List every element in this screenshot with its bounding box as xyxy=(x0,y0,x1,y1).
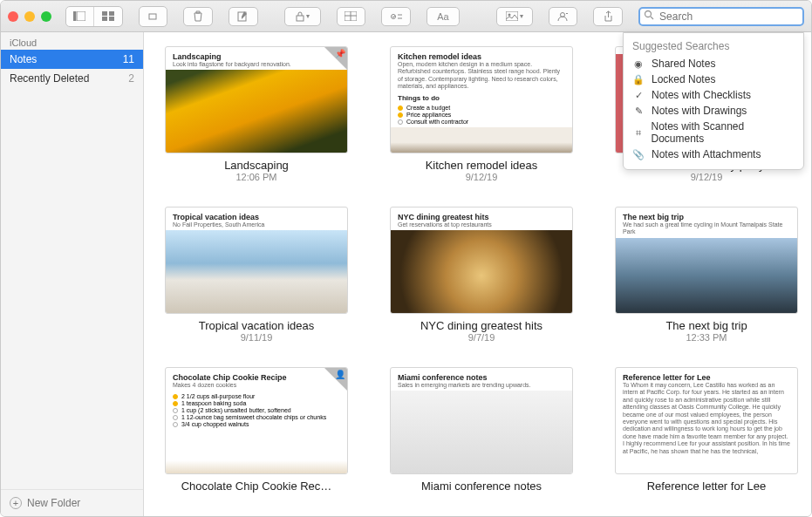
search-input[interactable] xyxy=(638,7,804,26)
suggested-item[interactable]: 🔒Locked Notes xyxy=(624,71,803,87)
note-title: The next big trip xyxy=(665,319,747,332)
checklist-bullet xyxy=(173,422,178,427)
svg-rect-5 xyxy=(109,17,114,21)
share-button[interactable] xyxy=(593,7,623,26)
format-button[interactable]: Aa xyxy=(426,7,460,26)
svg-point-16 xyxy=(508,14,510,17)
thumb-title: Chocolate Chip Cookie Recipe xyxy=(173,373,340,382)
suggested-item[interactable]: ✓Notes with Checklists xyxy=(624,87,803,103)
thumb-checklist-header: Things to do xyxy=(391,92,572,103)
checklist-label: Price appliances xyxy=(406,112,451,118)
svg-line-19 xyxy=(651,17,653,19)
svg-rect-0 xyxy=(73,11,76,21)
note-date: 9/11/19 xyxy=(241,332,273,343)
list-view-button[interactable] xyxy=(66,7,94,26)
suggested-item[interactable]: ⌗Notes with Scanned Documents xyxy=(624,119,803,146)
minimize-window-button[interactable] xyxy=(24,11,35,22)
fullscreen-window-button[interactable] xyxy=(41,11,51,22)
suggested-item-icon: ✓ xyxy=(632,90,645,101)
svg-rect-4 xyxy=(102,17,107,21)
thumb-checklist: 2 1/2 cups all-purpose flour1 teaspoon b… xyxy=(166,391,347,430)
note-thumbnail: Tropical vacation ideasNo Fail Propertie… xyxy=(165,207,348,314)
pin-badge: 📌 xyxy=(324,47,347,70)
note-title: Tropical vacation ideas xyxy=(199,319,314,332)
suggested-item[interactable]: ✎Notes with Drawings xyxy=(624,103,803,119)
thumb-title: Miami conference notes xyxy=(398,373,565,382)
thumb-title: NYC dining greatest hits xyxy=(398,213,565,221)
note-thumbnail: NYC dining greatest hitsGet reservations… xyxy=(390,207,573,314)
table-button[interactable] xyxy=(337,7,366,26)
thumb-subtitle: Look into flagstone for backyard renovat… xyxy=(173,61,340,68)
note-thumbnail: Chocolate Chip Cookie RecipeMakes 4 doze… xyxy=(165,367,348,474)
pin-icon: 📌 xyxy=(335,49,345,58)
view-mode-group xyxy=(65,6,123,27)
new-note-button[interactable] xyxy=(229,7,258,26)
thumb-subtitle: Get reservations at top restaurants xyxy=(398,221,565,228)
new-folder-button[interactable]: + New Folder xyxy=(1,489,143,516)
suggested-item-icon: ✎ xyxy=(632,105,645,117)
note-thumbnail: LandscapingLook into flagstone for backy… xyxy=(165,46,348,153)
sidebar-item-label: Recently Deleted xyxy=(10,72,89,85)
note-card[interactable]: Kitchen remodel ideasOpen, modern kitche… xyxy=(390,46,573,182)
sidebar-item-label: Notes xyxy=(10,53,37,65)
thumb-title: Kitchen remodel ideas xyxy=(398,52,565,61)
svg-rect-1 xyxy=(77,11,85,21)
thumb-image xyxy=(616,238,797,313)
plus-icon: + xyxy=(10,497,22,509)
checklist-label: 1 cup (2 sticks) unsalted butter, soften… xyxy=(181,407,291,413)
suggested-item-label: Notes with Scanned Documents xyxy=(651,120,795,145)
titlebar: ▾ Aa ▾ xyxy=(1,1,811,32)
suggested-item-icon: 🔒 xyxy=(632,74,645,85)
sidebar-item-deleted[interactable]: Recently Deleted 2 xyxy=(1,69,143,88)
sidebar-item-count: 2 xyxy=(128,72,134,85)
collaborate-button[interactable] xyxy=(549,7,578,26)
note-card[interactable]: NYC dining greatest hitsGet reservations… xyxy=(390,207,573,343)
note-title: Kitchen remodel ideas xyxy=(426,159,538,172)
note-card[interactable]: Chocolate Chip Cookie RecipeMakes 4 doze… xyxy=(165,367,348,493)
delete-button[interactable] xyxy=(183,7,213,26)
note-card[interactable]: Reference letter for LeeTo Whom it may c… xyxy=(615,367,798,493)
thumb-image xyxy=(166,230,347,313)
note-card[interactable]: Miami conference notesSales in emerging … xyxy=(390,367,573,493)
attachments-group xyxy=(139,6,168,27)
suggested-header: Suggested Searches xyxy=(624,38,803,56)
suggested-item-label: Notes with Drawings xyxy=(652,105,747,117)
thumb-image xyxy=(391,127,572,153)
sidebar-item-notes[interactable]: Notes 11 xyxy=(1,50,143,69)
suggested-item-label: Notes with Checklists xyxy=(652,89,751,101)
checklist-bullet xyxy=(173,408,178,413)
checklist-button[interactable] xyxy=(381,7,411,26)
gallery-view-button[interactable] xyxy=(94,7,122,26)
thumb-checklist: Create a budgetPrice appliancesConsult w… xyxy=(391,102,572,127)
thumb-subtitle: No Fail Properties, South America xyxy=(173,221,340,228)
svg-rect-6 xyxy=(149,14,156,19)
note-card[interactable]: Tropical vacation ideasNo Fail Propertie… xyxy=(165,207,348,343)
note-date: 12:06 PM xyxy=(235,172,276,182)
note-title: NYC dining greatest hits xyxy=(420,319,542,332)
note-thumbnail: The next big tripWe had such a great tim… xyxy=(615,207,798,314)
suggested-item-label: Locked Notes xyxy=(652,73,715,85)
note-title: Miami conference notes xyxy=(421,480,542,493)
suggested-item[interactable]: 📎Notes with Attachments xyxy=(624,146,803,162)
window-controls xyxy=(8,11,51,22)
suggested-item[interactable]: ◉Shared Notes xyxy=(624,56,803,71)
attachments-button[interactable] xyxy=(140,7,167,26)
suggested-searches-popover: Suggested Searches ◉Shared Notes🔒Locked … xyxy=(623,32,804,170)
note-date: 12:33 PM xyxy=(686,332,727,343)
thumb-subtitle: Sales in emerging markets are trending u… xyxy=(398,382,565,389)
note-thumbnail: Reference letter for LeeTo Whom it may c… xyxy=(615,367,798,474)
thumb-image xyxy=(166,430,347,473)
checklist-bullet xyxy=(173,415,178,420)
note-card[interactable]: The next big tripWe had such a great tim… xyxy=(615,207,798,343)
svg-rect-2 xyxy=(102,11,107,16)
note-date: 9/7/19 xyxy=(468,332,495,343)
thumb-image xyxy=(391,391,572,473)
note-thumbnail: Miami conference notesSales in emerging … xyxy=(390,367,573,474)
checklist-label: Create a budget xyxy=(406,105,450,111)
note-card[interactable]: LandscapingLook into flagstone for backy… xyxy=(165,46,348,182)
checklist-bullet xyxy=(398,105,403,111)
svg-point-12 xyxy=(391,14,395,18)
media-button[interactable]: ▾ xyxy=(496,7,533,26)
lock-button[interactable]: ▾ xyxy=(284,7,321,26)
close-window-button[interactable] xyxy=(8,11,18,22)
